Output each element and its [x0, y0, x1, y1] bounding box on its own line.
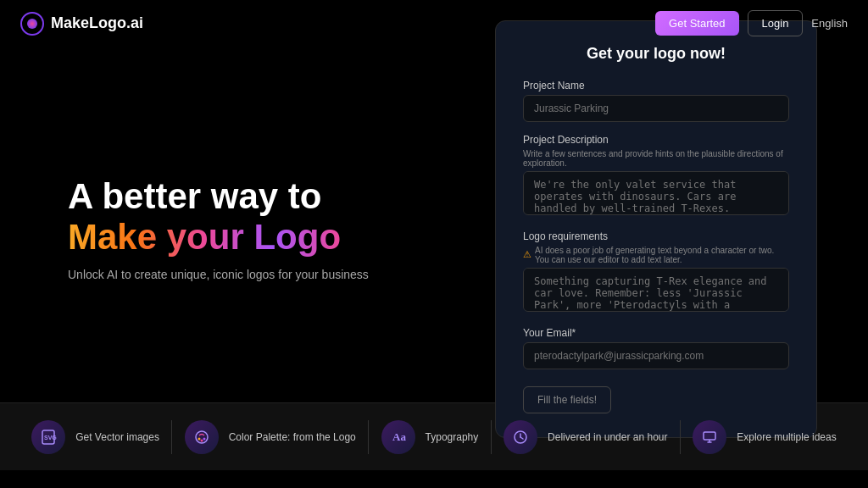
svg-text:SVG: SVG — [44, 435, 57, 441]
svg-text:Aa: Aa — [392, 430, 406, 443]
logo-requirements-input[interactable] — [523, 268, 789, 312]
logo-requirements-warning: AI does a poor job of generating text be… — [535, 246, 789, 264]
form-card: Get your logo now! Project Name Project … — [495, 20, 817, 438]
feature-item-4: Explore multiple ideas — [693, 420, 836, 454]
headline-gradient: Make your Logo — [68, 217, 341, 257]
logo-text: MakeLogo.ai — [51, 14, 143, 32]
project-name-group: Project Name — [523, 80, 789, 122]
logo-requirements-group: Logo requirements ⚠ AI does a poor job o… — [523, 230, 789, 315]
email-group: Your Email* — [523, 327, 789, 369]
feature-item-2: Aa Typography — [381, 420, 479, 454]
project-description-input[interactable] — [523, 171, 789, 215]
project-name-input[interactable] — [523, 95, 789, 122]
feature-divider-0 — [171, 420, 172, 454]
email-input[interactable] — [523, 342, 789, 369]
monitor-icon — [693, 420, 726, 454]
feature-label-2: Typography — [426, 431, 479, 443]
feature-label-1: Color Palette: from the Logo — [229, 431, 356, 443]
project-name-label: Project Name — [523, 80, 789, 92]
feature-divider-3 — [680, 420, 681, 454]
feature-label-4: Explore multiple ideas — [737, 431, 836, 443]
svg-point-5 — [198, 437, 200, 440]
svg-point-6 — [203, 437, 205, 440]
login-button[interactable]: Login — [748, 10, 804, 36]
feature-item-1: Color Palette: from the Logo — [185, 420, 356, 454]
project-description-hint: Write a few sentences and provide hints … — [523, 149, 789, 168]
nav-actions: Get Started Login English — [655, 10, 848, 36]
logo-requirements-warning-row: ⚠ AI does a poor job of generating text … — [523, 246, 789, 264]
feature-label-3: Delivered in under an hour — [548, 431, 667, 443]
form-title: Get your logo now! — [523, 45, 789, 63]
svg-point-7 — [200, 439, 203, 441]
project-description-label: Project Description — [523, 134, 789, 146]
feature-label-0: Get Vector images — [75, 431, 159, 443]
svg-rect-12 — [704, 432, 715, 440]
logo-requirements-label: Logo requirements — [523, 230, 789, 242]
logo[interactable]: MakeLogo.ai — [20, 12, 143, 36]
feature-item-0: SVG Get Vector images — [31, 420, 159, 454]
main-content: A better way to Make your Logo Unlock AI… — [0, 47, 868, 402]
svg-line-11 — [520, 437, 523, 439]
svg-point-1 — [27, 19, 37, 29]
navbar: MakeLogo.ai Get Started Login English — [0, 0, 868, 47]
email-label: Your Email* — [523, 327, 789, 339]
submit-button[interactable]: Fill the fields! — [523, 386, 611, 413]
feature-divider-2 — [491, 420, 492, 454]
headline: A better way to Make your Logo — [68, 176, 407, 258]
hero-section: A better way to Make your Logo Unlock AI… — [68, 176, 407, 282]
get-started-button[interactable]: Get Started — [655, 11, 738, 36]
headline-line1: A better way to — [68, 176, 322, 216]
typography-icon: Aa — [381, 420, 415, 454]
clock-icon — [504, 420, 537, 454]
project-description-group: Project Description Write a few sentence… — [523, 134, 789, 219]
feature-divider-1 — [368, 420, 369, 454]
hero-subtext: Unlock AI to create unique, iconic logos… — [68, 268, 407, 281]
feature-item-3: Delivered in under an hour — [504, 420, 667, 454]
warning-icon: ⚠ — [523, 249, 531, 260]
language-selector[interactable]: English — [811, 17, 848, 30]
palette-icon — [185, 420, 219, 454]
svg-icon: SVG — [31, 420, 65, 454]
